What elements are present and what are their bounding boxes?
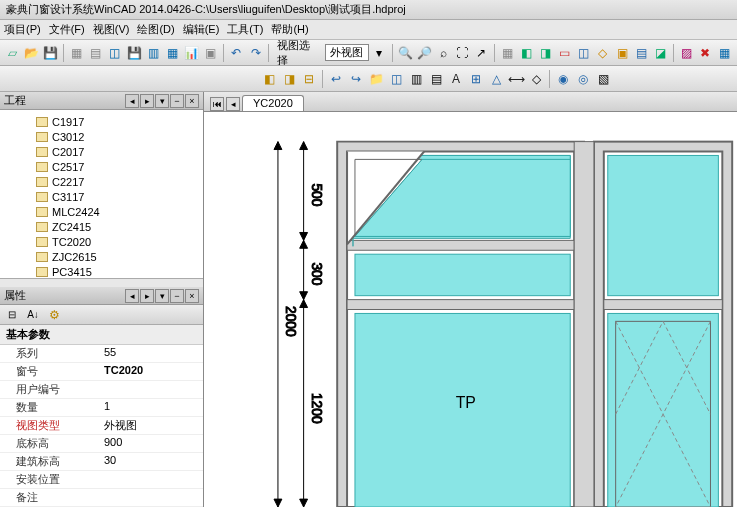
tool-d-icon[interactable]: ▭ — [556, 44, 573, 62]
t2-a-icon[interactable]: ◧ — [260, 70, 278, 88]
panel-btn-right-icon[interactable]: ▸ — [140, 94, 154, 108]
prop-row[interactable]: 系列55 — [0, 345, 203, 363]
tool-e-icon[interactable]: ◫ — [575, 44, 592, 62]
menu-edit[interactable]: 编辑(E) — [183, 22, 220, 37]
tree-item[interactable]: C3117 — [36, 189, 199, 204]
svg-marker-33 — [300, 240, 308, 248]
props-section-header[interactable]: 基本参数 — [0, 325, 203, 345]
tree-item[interactable]: C2217 — [36, 174, 199, 189]
redo-icon[interactable]: ↷ — [247, 44, 264, 62]
t2-d-icon[interactable]: ◫ — [387, 70, 405, 88]
tree-item[interactable]: C3012 — [36, 129, 199, 144]
block-icon[interactable]: ▣ — [202, 44, 219, 62]
t2-text-icon[interactable]: A — [447, 70, 465, 88]
tab-nav-first-icon[interactable]: ⏮ — [210, 97, 224, 111]
prop-row[interactable]: 用户编号 — [0, 381, 203, 399]
zoom1-icon[interactable]: 🔍 — [397, 44, 414, 62]
prop-row[interactable]: 数量1 — [0, 399, 203, 417]
drawing-canvas[interactable]: TP 500 300 2000 1200 — [204, 112, 737, 507]
t2-folder-icon[interactable]: 📁 — [367, 70, 385, 88]
t2-e-icon[interactable]: ▥ — [407, 70, 425, 88]
prop-row[interactable]: 视图类型外视图 — [0, 417, 203, 435]
tab-nav-prev-icon[interactable]: ◂ — [226, 97, 240, 111]
tree-item[interactable]: C2017 — [36, 144, 199, 159]
prop-az-icon[interactable]: A↓ — [24, 306, 42, 324]
zoom-fit-icon[interactable]: ⛶ — [454, 44, 471, 62]
tab-active[interactable]: YC2020 — [242, 95, 304, 111]
tool-a-icon[interactable]: ▦ — [499, 44, 516, 62]
tool-k-icon[interactable]: ✖ — [697, 44, 714, 62]
panel-btn-menu-icon[interactable]: ▾ — [155, 94, 169, 108]
open-icon[interactable]: 📂 — [23, 44, 40, 62]
panel-btn-right-icon[interactable]: ▸ — [140, 289, 154, 303]
zoom-arrow-icon[interactable]: ↗ — [473, 44, 490, 62]
t2-arrow-right-icon[interactable]: ↪ — [347, 70, 365, 88]
menu-tools[interactable]: 工具(T) — [227, 22, 263, 37]
t2-j-icon[interactable]: ◉ — [554, 70, 572, 88]
svg-marker-36 — [274, 142, 282, 150]
tool-h-icon[interactable]: ▤ — [633, 44, 650, 62]
stack-icon[interactable]: ▦ — [164, 44, 181, 62]
tree-item[interactable]: MLC2424 — [36, 204, 199, 219]
tool-f-icon[interactable]: ◇ — [594, 44, 611, 62]
menu-help[interactable]: 帮助(H) — [271, 22, 308, 37]
menu-view[interactable]: 视图(V) — [93, 22, 130, 37]
project-tree[interactable]: C1917 C3012 C2017 C2517 C2217 C3117 MLC2… — [0, 110, 203, 278]
panel-btn-left-icon[interactable]: ◂ — [125, 94, 139, 108]
prop-cat-icon[interactable]: ⊟ — [3, 306, 21, 324]
prop-row[interactable]: 备注 — [0, 489, 203, 507]
tool-c-icon[interactable]: ◨ — [537, 44, 554, 62]
chart-icon[interactable]: 📊 — [183, 44, 200, 62]
chevron-down-icon[interactable]: ▾ — [371, 44, 388, 62]
save2-icon[interactable]: 💾 — [126, 44, 143, 62]
t2-b-icon[interactable]: ◨ — [280, 70, 298, 88]
t2-dim-icon[interactable]: ⟷ — [507, 70, 525, 88]
zoom2-icon[interactable]: 🔎 — [416, 44, 433, 62]
t2-h-icon[interactable]: △ — [487, 70, 505, 88]
undo-icon[interactable]: ↶ — [228, 44, 245, 62]
panel-close-icon[interactable]: × — [185, 94, 199, 108]
toolbar-main: ▱ 📂 💾 ▦ ▤ ◫ 💾 ▥ ▦ 📊 ▣ ↶ ↷ 视图选择 外视图 ▾ 🔍 🔎… — [0, 40, 737, 66]
prop-row[interactable]: 底标高900 — [0, 435, 203, 453]
menu-file[interactable]: 文件(F) — [49, 22, 85, 37]
tool-l-icon[interactable]: ▦ — [716, 44, 733, 62]
t2-c-icon[interactable]: ⊟ — [300, 70, 318, 88]
t2-k-icon[interactable]: ◎ — [574, 70, 592, 88]
panel-btn-collapse-icon[interactable]: − — [170, 94, 184, 108]
save-icon[interactable]: 💾 — [42, 44, 59, 62]
tree-item[interactable]: PC3415 — [36, 264, 199, 278]
list-icon[interactable]: ▥ — [145, 44, 162, 62]
prop-row[interactable]: 建筑标高30 — [0, 453, 203, 471]
t2-g-icon[interactable]: ⊞ — [467, 70, 485, 88]
prop-tool-icon[interactable]: ⚙ — [45, 306, 63, 324]
new-file-icon[interactable]: ▱ — [4, 44, 21, 62]
prop-row[interactable]: 窗号TC2020 — [0, 363, 203, 381]
t2-l-icon[interactable]: ▧ — [594, 70, 612, 88]
window-icon[interactable]: ◫ — [106, 44, 123, 62]
panel-btn-left-icon[interactable]: ◂ — [125, 289, 139, 303]
panel-close-icon[interactable]: × — [185, 289, 199, 303]
tree-item[interactable]: C1917 — [36, 114, 199, 129]
tool-g-icon[interactable]: ▣ — [614, 44, 631, 62]
project-panel-header: 工程 ◂ ▸ ▾ − × — [0, 92, 203, 110]
tree-item[interactable]: ZC2415 — [36, 219, 199, 234]
tree-item[interactable]: ZJC2615 — [36, 249, 199, 264]
panel-btn-menu-icon[interactable]: ▾ — [155, 289, 169, 303]
zoom3-icon[interactable]: ⌕ — [435, 44, 452, 62]
panel-btn-collapse-icon[interactable]: − — [170, 289, 184, 303]
tool-b-icon[interactable]: ◧ — [518, 44, 535, 62]
t2-f-icon[interactable]: ▤ — [427, 70, 445, 88]
grid2-icon[interactable]: ▤ — [87, 44, 104, 62]
grid-icon[interactable]: ▦ — [68, 44, 85, 62]
menu-project[interactable]: 项目(P) — [4, 22, 41, 37]
view-select-dropdown[interactable]: 外视图 — [325, 44, 369, 61]
tool-i-icon[interactable]: ◪ — [652, 44, 669, 62]
tree-item[interactable]: C2517 — [36, 159, 199, 174]
menu-draw[interactable]: 绘图(D) — [137, 22, 174, 37]
tool-j-icon[interactable]: ▨ — [678, 44, 695, 62]
svg-text:300: 300 — [309, 262, 325, 285]
prop-row[interactable]: 安装位置 — [0, 471, 203, 489]
t2-i-icon[interactable]: ◇ — [527, 70, 545, 88]
tree-item[interactable]: TC2020 — [36, 234, 199, 249]
t2-arrow-left-icon[interactable]: ↩ — [327, 70, 345, 88]
